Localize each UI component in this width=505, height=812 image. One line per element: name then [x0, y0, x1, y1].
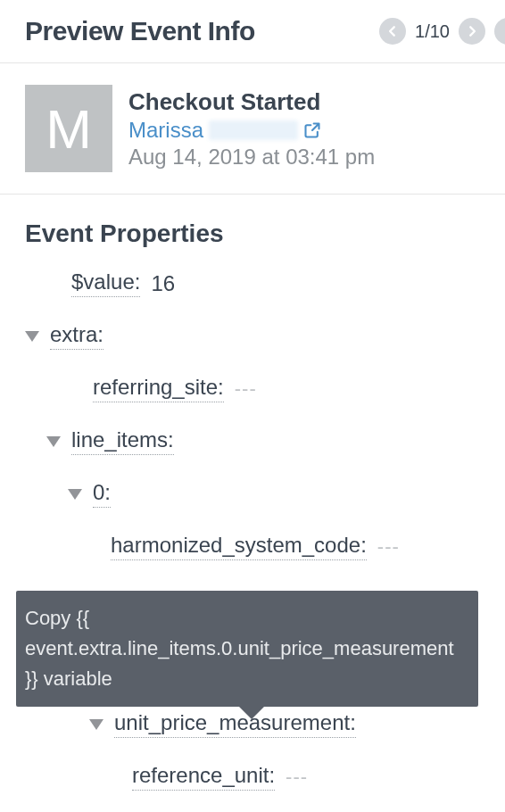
prop-key-value[interactable]: $value: — [71, 269, 140, 297]
prop-val-hsc: --- — [377, 535, 400, 559]
user-lastname-redacted — [209, 120, 298, 140]
prop-val-ref-unit: --- — [286, 766, 308, 789]
prop-row-line-items: line_items: — [25, 427, 480, 455]
expander-toggle[interactable] — [68, 489, 82, 500]
prop-row-index-0: 0: — [25, 480, 480, 508]
expander-toggle[interactable] — [25, 331, 39, 342]
prop-val-referring-site: --- — [235, 377, 257, 401]
event-meta: Checkout Started Marissa Aug 14, 2019 at… — [128, 85, 375, 172]
prop-row-ref-unit: reference_unit: --- — [25, 763, 480, 791]
tooltip-arrow-icon — [237, 705, 266, 719]
prop-val-value: 16 — [151, 271, 175, 296]
prop-row-referring-site: referring_site: --- — [25, 375, 480, 402]
prop-key-index-0[interactable]: 0: — [93, 480, 111, 508]
next-button[interactable] — [459, 18, 485, 45]
properties-heading: Event Properties — [25, 220, 480, 248]
header: Preview Event Info 1/10 — [0, 0, 505, 63]
more-button[interactable] — [494, 18, 505, 45]
prop-key-upm[interactable]: unit_price_measurement: — [114, 710, 356, 738]
chevron-right-icon — [466, 25, 478, 37]
pager: 1/10 — [379, 18, 505, 45]
event-summary: M Checkout Started Marissa Aug 14, 2019 … — [0, 63, 505, 195]
prop-row-value: $value: 16 — [25, 269, 480, 297]
chevron-left-icon — [386, 25, 399, 37]
page-title: Preview Event Info — [25, 16, 255, 46]
event-name: Checkout Started — [128, 88, 375, 116]
avatar: M — [25, 85, 112, 172]
expander-toggle[interactable] — [46, 436, 61, 447]
event-timestamp: Aug 14, 2019 at 03:41 pm — [128, 145, 375, 170]
prop-key-line-items[interactable]: line_items: — [71, 427, 174, 455]
page-indicator: 1/10 — [415, 21, 450, 42]
expander-toggle[interactable] — [89, 719, 103, 730]
external-link-icon[interactable] — [303, 121, 321, 139]
copy-variable-tooltip[interactable]: Copy {{ event.extra.line_items.0.unit_pr… — [16, 591, 478, 707]
prop-key-hsc[interactable]: harmonized_system_code: — [111, 533, 367, 560]
prev-button[interactable] — [379, 18, 406, 45]
prop-row-extra: extra: — [25, 322, 480, 350]
prop-row-hsc: harmonized_system_code: --- — [25, 533, 480, 560]
tooltip-text: Copy {{ event.extra.line_items.0.unit_pr… — [25, 607, 454, 690]
prop-key-extra[interactable]: extra: — [50, 322, 103, 350]
user-line: Marissa — [128, 118, 375, 143]
prop-key-referring-site[interactable]: referring_site: — [93, 375, 224, 402]
prop-key-ref-unit[interactable]: reference_unit: — [132, 763, 275, 791]
user-name-link[interactable]: Marissa — [128, 118, 203, 143]
